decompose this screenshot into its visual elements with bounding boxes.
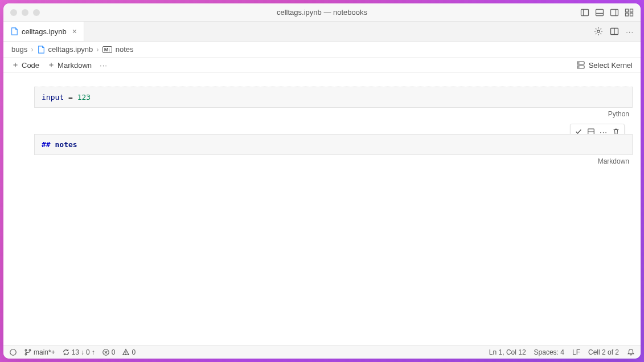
errors-indicator[interactable]: 0 [102, 348, 116, 356]
breadcrumb-item-file[interactable]: celltags.ipynb [48, 45, 93, 54]
cell-editor[interactable]: ## notes [34, 134, 633, 155]
panel-bottom-icon[interactable] [595, 8, 604, 17]
svg-point-20 [25, 349, 27, 351]
eol-indicator[interactable]: LF [572, 348, 580, 356]
svg-point-25 [126, 354, 126, 355]
more-actions-icon[interactable]: ··· [626, 27, 634, 36]
notifications-icon[interactable] [627, 348, 635, 356]
breadcrumb-item-section[interactable]: notes [116, 45, 134, 54]
remote-indicator[interactable] [9, 348, 17, 356]
app-window: celltags.ipynb — notebooks celltags.ipyn… [3, 3, 641, 359]
notebook-icon [37, 46, 45, 54]
cell-editor[interactable]: input = 123 [34, 87, 633, 108]
md-heading-text: notes [55, 140, 77, 149]
svg-rect-4 [611, 9, 618, 15]
code-cell[interactable]: input = 123 Python [11, 87, 633, 118]
svg-rect-9 [630, 13, 633, 16]
notebook-icon [10, 27, 18, 35]
add-code-cell-button[interactable]: ＋ Code [11, 60, 39, 70]
title-layout-controls [580, 8, 634, 17]
toolbar-more-icon[interactable]: ··· [100, 61, 108, 70]
svg-rect-2 [596, 9, 604, 15]
panel-left-icon[interactable] [580, 8, 589, 17]
svg-point-22 [29, 349, 31, 351]
markdown-chip-icon: M↓ [102, 46, 112, 53]
svg-point-15 [579, 63, 579, 63]
svg-rect-8 [626, 13, 629, 16]
warnings-indicator[interactable]: 0 [122, 348, 136, 356]
cell-language-label[interactable]: Python [34, 108, 633, 118]
tab-actions: ··· [587, 22, 641, 41]
plus-icon: ＋ [11, 60, 19, 70]
cursor-position[interactable]: Ln 1, Col 12 [489, 348, 526, 356]
git-branch-indicator[interactable]: main*+ [24, 348, 55, 356]
svg-rect-7 [630, 9, 633, 12]
kernel-picker[interactable]: Select Kernel [576, 60, 633, 70]
cell-language-label[interactable]: Markdown [34, 155, 633, 165]
svg-rect-0 [581, 9, 589, 15]
add-code-label: Code [22, 61, 39, 70]
chevron-right-icon: › [96, 45, 99, 54]
server-icon [576, 60, 585, 70]
code-token-var: input [42, 93, 64, 101]
indent-indicator[interactable]: Spaces: 4 [534, 348, 564, 356]
plus-icon: ＋ [47, 60, 55, 70]
sync-indicator[interactable]: 13↓ 0↑ [62, 348, 95, 356]
window-title: celltags.ipynb — notebooks [3, 8, 641, 17]
svg-point-19 [10, 349, 17, 355]
tab-celltags[interactable]: celltags.ipynb × [3, 22, 84, 41]
notebook-editor[interactable]: input = 123 Python ··· ## notes Markdown [3, 73, 641, 345]
close-tab-icon[interactable]: × [72, 27, 77, 36]
notebook-toolbar: ＋ Code ＋ Markdown ··· Select Kernel [3, 58, 641, 73]
svg-point-10 [597, 30, 600, 32]
branch-name: main*+ [34, 348, 55, 356]
maximize-window-icon[interactable] [33, 9, 40, 16]
panel-right-icon[interactable] [610, 8, 619, 17]
chevron-right-icon: › [31, 45, 33, 54]
markdown-cell[interactable]: ··· ## notes Markdown [11, 134, 633, 165]
svg-rect-6 [626, 9, 629, 12]
gear-icon[interactable] [594, 27, 603, 36]
svg-point-16 [579, 67, 579, 67]
code-token-op: = [64, 93, 77, 101]
tabbar: celltags.ipynb × ··· [3, 22, 641, 42]
breadcrumb: bugs › celltags.ipynb › M↓ notes [3, 42, 641, 58]
add-markdown-cell-button[interactable]: ＋ Markdown [47, 60, 92, 70]
svg-point-21 [25, 353, 27, 355]
split-editor-icon[interactable] [610, 27, 619, 36]
titlebar: celltags.ipynb — notebooks [3, 3, 641, 22]
layout-grid-icon[interactable] [625, 8, 634, 17]
close-window-icon[interactable] [10, 9, 17, 16]
select-kernel-label: Select Kernel [589, 61, 633, 70]
statusbar: main*+ 13↓ 0↑ 0 0 Ln 1, Col 12 Spaces: 4… [3, 345, 641, 359]
tab-label: celltags.ipynb [22, 27, 67, 36]
breadcrumb-item-bugs[interactable]: bugs [11, 45, 27, 54]
minimize-window-icon[interactable] [22, 9, 28, 16]
md-heading-marker: ## [42, 140, 55, 149]
traffic-lights [10, 9, 40, 16]
cell-position[interactable]: Cell 2 of 2 [588, 348, 619, 356]
code-token-num: 123 [77, 93, 91, 101]
add-markdown-label: Markdown [58, 61, 92, 70]
